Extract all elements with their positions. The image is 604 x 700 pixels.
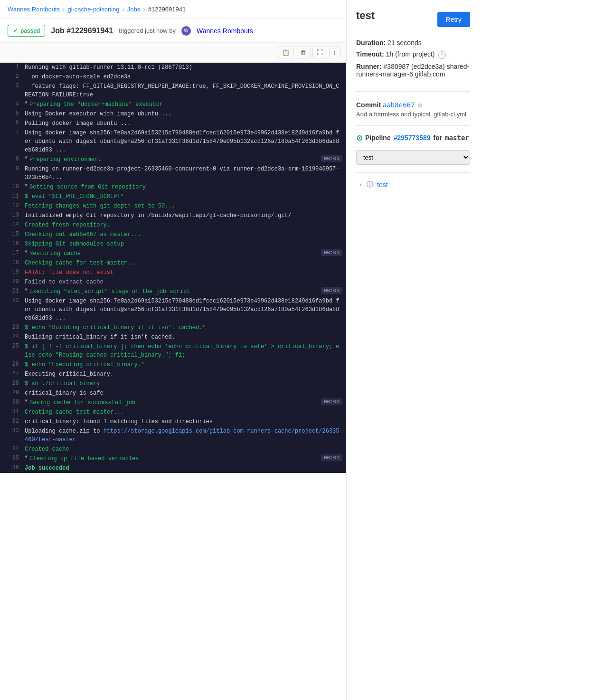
erase-log-button[interactable]: 🗑: [296, 47, 311, 58]
section-toggle[interactable]: ▼: [25, 183, 28, 188]
log-line: 14Created fresh repository.: [0, 220, 346, 230]
line-number: 5: [4, 110, 19, 117]
line-number: 8: [4, 155, 19, 162]
log-line: 20Failed to extract cache: [0, 277, 346, 287]
log-line: 11$ eval "$CI_PRE_CLONE_SCRIPT": [0, 192, 346, 201]
commit-row: Commit aab8e667 ⧉: [356, 101, 470, 109]
log-line: 18Checking cache for test-master...: [0, 258, 346, 268]
log-line: 17▼Restoring cache00:01: [0, 249, 346, 258]
line-content: $ eval "$CI_PRE_CLONE_SCRIPT": [25, 192, 342, 201]
line-content: on docker-auto-scale ed2dce3a: [25, 73, 342, 81]
line-content: Job succeeded: [25, 464, 342, 473]
breadcrumb-repo[interactable]: gl-cache-poisoning: [67, 6, 119, 13]
section-toggle[interactable]: ▼: [25, 287, 28, 293]
scroll-log-button[interactable]: ↕: [329, 47, 341, 58]
job-link[interactable]: test: [377, 181, 388, 189]
commit-message: Add a harmless and typical .gitlab-ci.ym…: [356, 111, 470, 118]
line-content: $ sh ./critical_binary: [25, 379, 342, 388]
duration-val: 21 seconds: [387, 39, 422, 47]
line-content: $ if [ ! -f critical_binary ]; then echo…: [25, 342, 342, 359]
section-toggle[interactable]: ▼: [25, 249, 28, 255]
job-author-link[interactable]: Wannes Rombouts: [197, 27, 253, 35]
log-line: 24Building critical_binary if it isn't c…: [0, 332, 346, 342]
timeout-help-icon[interactable]: ?: [438, 51, 446, 59]
commit-hash-link[interactable]: aab8e667: [383, 101, 415, 109]
log-line: 21▼Executing "step_script" stage of the …: [0, 287, 346, 296]
log-line: 12Fetching changes with git depth set to…: [0, 201, 346, 211]
pipeline-status-icon: ⊙: [356, 133, 362, 142]
line-number: 3: [4, 82, 19, 89]
log-line: 36Job succeeded: [0, 464, 346, 473]
line-content: Checking cache for test-master...: [25, 259, 342, 267]
line-number: 25: [4, 342, 19, 350]
status-badge: passed: [8, 25, 45, 37]
line-content: Running with gitlab-runner 13.11.0-rc1 (…: [25, 63, 342, 72]
breadcrumb-jobs[interactable]: Jobs: [127, 6, 140, 13]
log-line: 35▼Cleaning up file based variables00:01: [0, 454, 346, 464]
job-link-row: → ⓘ test: [356, 180, 470, 189]
commit-label: Commit: [356, 101, 381, 109]
section-toggle[interactable]: ▼: [25, 454, 28, 460]
timeout-label: Timeout:: [356, 50, 384, 58]
pipeline-branch: master: [445, 134, 469, 142]
log-line: 29critical_binary is safe: [0, 388, 346, 398]
runner-row: Runner: #380987 (ed2dce3a) shared-runner…: [356, 63, 470, 78]
log-toolbar: 📋 🗑 ⛶ ↕: [0, 43, 346, 63]
line-number: 24: [4, 333, 19, 340]
line-content: Created cache: [25, 445, 342, 454]
line-number: 18: [4, 259, 19, 266]
log-line: 10▼Getting source from Git repository: [0, 182, 346, 192]
line-number: 15: [4, 230, 19, 237]
line-number: 4: [4, 100, 19, 107]
breadcrumb-wannes[interactable]: Wannes Rombouts: [8, 6, 60, 13]
log-line: 33Uploading cache.zip to https://storage…: [0, 426, 346, 445]
log-line: 13Initialized empty Git repository in /b…: [0, 211, 346, 220]
log-line: 27Executing critical_binary.: [0, 369, 346, 379]
log-line: 16Skipping Git submodules setup: [0, 239, 346, 249]
copy-log-button[interactable]: 📋: [278, 47, 294, 58]
line-number: 33: [4, 427, 19, 434]
line-content: Skipping Git submodules setup: [25, 240, 342, 248]
line-content: Creating cache test-master...: [25, 408, 342, 416]
copy-commit-button[interactable]: ⧉: [418, 102, 423, 109]
line-content: Cleaning up file based variables: [29, 454, 321, 463]
log-content: 1Running with gitlab-runner 13.11.0-rc1 …: [0, 63, 346, 473]
avatar: W: [181, 26, 191, 36]
timestamp-badge: 00:01: [321, 454, 342, 461]
expand-log-button[interactable]: ⛶: [312, 47, 327, 58]
line-content: Created fresh repository.: [25, 221, 342, 229]
log-line: 26$ echo "Executing critical_binary.": [0, 360, 346, 369]
job-details-section: Duration: 21 seconds Timeout: 1h (from p…: [356, 39, 470, 92]
line-number: 6: [4, 119, 19, 126]
line-content: Saving cache for successful job: [29, 398, 321, 407]
line-number: 13: [4, 211, 19, 218]
log-line: 31Creating cache test-master...: [0, 407, 346, 417]
log-line: 32critical_binary: found 1 matching file…: [0, 417, 346, 426]
line-number: 14: [4, 221, 19, 228]
section-toggle[interactable]: ▼: [25, 100, 28, 105]
line-content: critical_binary is safe: [25, 389, 342, 397]
cache-upload-link[interactable]: https://storage.googleapis.com/gitlab-co…: [25, 428, 340, 443]
log-line: 15Checking out aab8e667 as master...: [0, 230, 346, 239]
retry-button[interactable]: Retry: [437, 12, 470, 27]
runner-label: Runner:: [356, 63, 382, 70]
pipeline-number-link[interactable]: #295773589: [394, 134, 431, 142]
duration-row: Duration: 21 seconds: [356, 39, 470, 47]
line-number: 16: [4, 240, 19, 247]
log-line: 34Created cache: [0, 445, 346, 454]
log-line: 9Running on runner-ed2dce3a-project-2633…: [0, 164, 346, 182]
line-content: Running on runner-ed2dce3a-project-26335…: [25, 165, 342, 182]
log-line: 28$ sh ./critical_binary: [0, 379, 346, 388]
line-content: Executing "step_script" stage of the job…: [29, 287, 321, 296]
section-toggle[interactable]: ▼: [25, 398, 28, 404]
line-content: Using docker image sha256:7e0aa2d69a1532…: [25, 297, 342, 322]
job-meta: triggered just now by: [119, 27, 176, 34]
timestamp-badge: 00:00: [321, 398, 342, 405]
commit-section: Commit aab8e667 ⧉ Add a harmless and typ…: [356, 101, 470, 126]
section-toggle[interactable]: ▼: [25, 155, 28, 161]
line-content: critical_binary: found 1 matching files …: [25, 417, 342, 426]
duration-label: Duration:: [356, 39, 386, 47]
log-line: 8▼Preparing environment00:01: [0, 155, 346, 164]
pipeline-job-select[interactable]: test: [356, 150, 470, 165]
timestamp-badge: 00:01: [321, 155, 342, 162]
